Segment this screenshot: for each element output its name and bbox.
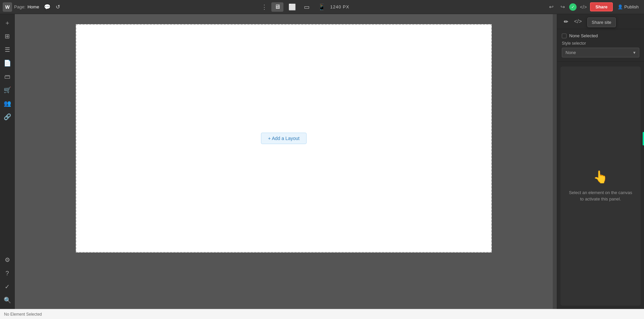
canvas-area[interactable]: + Add a Layout xyxy=(15,14,553,309)
page-label: Page: xyxy=(14,4,25,9)
topbar-left: W Page: Home 💬 ↺ xyxy=(3,2,63,12)
sidebar-integrations[interactable]: 🔗 xyxy=(1,111,13,123)
more-options-icon[interactable]: ⋮ xyxy=(260,2,269,12)
undo-button[interactable]: ↩ xyxy=(546,2,556,12)
none-selected-row: None Selected xyxy=(557,29,644,41)
sidebar-menu[interactable]: ☰ xyxy=(1,44,13,56)
style-selector-value: None xyxy=(566,50,576,55)
sidebar-settings[interactable]: ⚙ xyxy=(1,254,13,266)
publish-button[interactable]: 👤 Publish xyxy=(615,3,641,11)
publish-label: Publish xyxy=(624,4,639,9)
style-selector-dropdown[interactable]: None ▾ xyxy=(562,48,639,57)
sidebar-review[interactable]: ✓ xyxy=(1,281,13,293)
none-selected-label: None Selected xyxy=(569,33,598,38)
sidebar-ecommerce[interactable]: 🛒 xyxy=(1,84,13,96)
desktop-view-btn[interactable]: 🖥 xyxy=(271,2,283,12)
style-tab[interactable]: ✏ xyxy=(561,17,571,26)
redo-button[interactable]: ↪ xyxy=(558,2,567,12)
topbar-center: ⋮ 🖥 ⬜ ▭ 📱 1240 PX xyxy=(65,2,544,12)
sidebar-add-element[interactable]: ＋ xyxy=(1,17,13,29)
share-site-label: Share site xyxy=(592,20,611,25)
none-selected-checkbox[interactable] xyxy=(562,34,567,38)
sidebar-search[interactable]: 🔍 xyxy=(1,294,13,306)
topbar: W Page: Home 💬 ↺ ⋮ 🖥 ⬜ ▭ 📱 1240 PX ↩ ↪ ✓… xyxy=(0,0,644,14)
element-placeholder-text: Select an element on the canvas to activ… xyxy=(567,189,634,202)
logo-button[interactable]: W xyxy=(3,2,12,12)
main-layout: ＋ ⊞ ☰ 📄 🗃 🛒 👥 🔗 ⚙ ? ✓ 🔍 + Add a Layout S… xyxy=(0,14,644,309)
left-sidebar: ＋ ⊞ ☰ 📄 🗃 🛒 👥 🔗 ⚙ ? ✓ 🔍 xyxy=(0,14,15,309)
tablet-view-btn[interactable]: ⬜ xyxy=(286,2,298,12)
share-site-tooltip[interactable]: Share site xyxy=(587,17,616,27)
account-icon: 👤 xyxy=(618,4,623,9)
cursor-icon: 👆 xyxy=(593,170,608,184)
comment-icon[interactable]: 💬 xyxy=(43,2,52,12)
sidebar-pages[interactable]: 📄 xyxy=(1,57,13,69)
canvas-frame[interactable]: + Add a Layout xyxy=(76,24,492,253)
status-indicator: ✓ xyxy=(569,3,577,11)
sidebar-members[interactable]: 👥 xyxy=(1,97,13,109)
sidebar-help[interactable]: ? xyxy=(1,267,13,279)
element-placeholder: 👆 Select an element on the canvas to act… xyxy=(560,66,641,306)
mobile-view-btn[interactable]: 📱 xyxy=(316,2,328,12)
topbar-icons: 💬 ↺ xyxy=(43,2,63,12)
topbar-right: ↩ ↪ ✓ </> Share 👤 Publish xyxy=(546,2,641,12)
page-name[interactable]: Home xyxy=(28,4,39,9)
statusbar: No Element Selected xyxy=(0,309,644,319)
panel-divider xyxy=(557,61,644,62)
right-panel: Share site ✏ </> ⚡ None Selected Style s… xyxy=(557,14,644,309)
share-button[interactable]: Share xyxy=(590,2,613,11)
canvas-size-label: 1240 PX xyxy=(330,4,350,9)
add-layout-button[interactable]: + Add a Layout xyxy=(261,133,307,144)
style-selector-label: Style selector xyxy=(562,41,639,46)
video-view-btn[interactable]: ▭ xyxy=(301,2,313,12)
style-selector-section: Style selector None ▾ xyxy=(557,41,644,60)
sidebar-cms[interactable]: 🗃 xyxy=(1,71,13,83)
sidebar-layers[interactable]: ⊞ xyxy=(1,30,13,42)
history-icon[interactable]: ↺ xyxy=(53,2,63,12)
green-accent-bar xyxy=(643,132,644,145)
code-tab[interactable]: </> xyxy=(573,17,583,26)
chevron-down-icon: ▾ xyxy=(633,50,636,55)
canvas-scrollbar[interactable] xyxy=(553,14,557,309)
statusbar-text: No Element Selected xyxy=(4,312,42,317)
code-editor-button[interactable]: </> xyxy=(579,2,588,12)
